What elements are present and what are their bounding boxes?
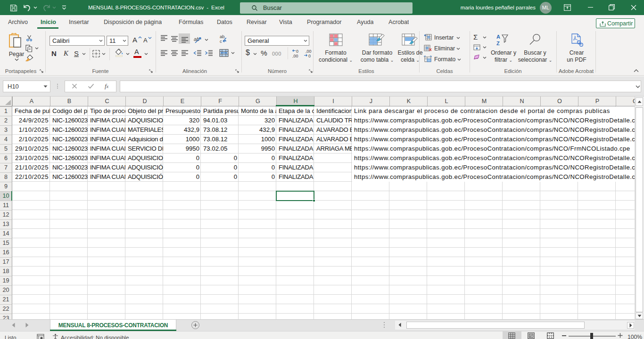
svg-text:A: A	[496, 34, 500, 40]
svg-text:0: 0	[296, 49, 298, 54]
svg-text:,00: ,00	[292, 54, 298, 58]
svg-text:c: c	[220, 39, 222, 43]
svg-text:Z: Z	[496, 40, 500, 46]
